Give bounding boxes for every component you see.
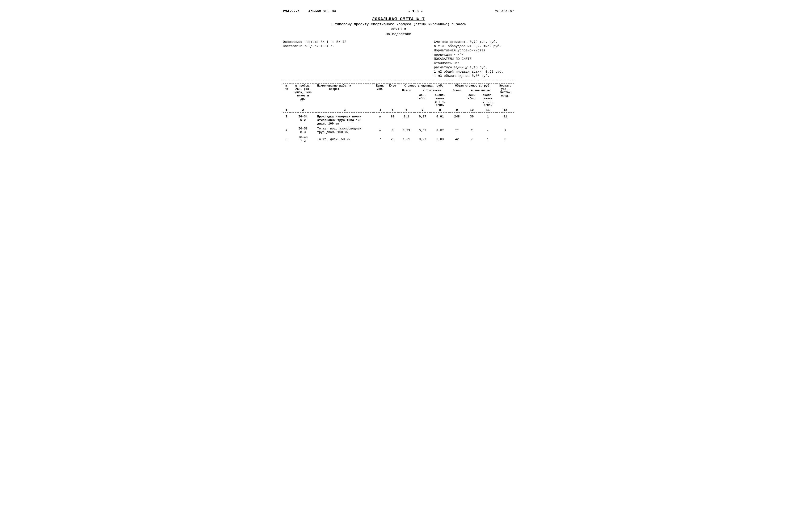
basis-line: Основание: чертежи ВК-I по ВК-I2 <box>283 40 346 44</box>
cost-cbm: 1 м3 объема здания 0,08 руб. <box>434 74 514 78</box>
info-right: Сметная стоимость 0,72 тыс. руб. в т.ч. … <box>434 40 514 78</box>
col-num-2: 2 <box>290 108 316 113</box>
table-header-row1: №пп № прейск.УСН, рас-ценок, цен-ников и… <box>283 83 514 88</box>
row1-norm: 31 <box>496 113 514 126</box>
row2-cost-total: 3,73 <box>398 126 414 135</box>
row2-total-zp: 2 <box>465 126 479 135</box>
col-total-incl-header: в том числе <box>465 88 496 93</box>
col-num-12: 12 <box>496 108 514 113</box>
row1-total-mach: 1 <box>479 113 496 126</box>
row3-total-zp: 7 <box>465 135 479 144</box>
row3-total: 42 <box>449 135 464 144</box>
col-qty-header: К-во <box>387 83 398 108</box>
row2-ref: I6-588-3 <box>290 126 316 135</box>
row1-ref: I6-346-2 <box>290 113 316 126</box>
col-total-cost-header: Общая стоимость, руб. <box>449 83 496 88</box>
col-unit-incl-header: в том числе <box>414 88 449 93</box>
table-row: 2 I6-588-3 То же, водогазопроводныхтруб … <box>283 126 514 135</box>
row3-desc: То же, диам. 50 мм <box>316 135 374 144</box>
cost-unit: расчетную единицу 1,16 руб. <box>434 65 514 69</box>
row2-qty: 3 <box>387 126 398 135</box>
row3-cost-mach: 0,03 <box>431 135 450 144</box>
album-ref: Альбом УП. 84 <box>308 10 336 14</box>
row2-desc: То же, водогазопроводныхтруб диам. 100 м… <box>316 126 374 135</box>
cost-line1: Сметная стоимость 0,72 тыс. руб. <box>434 40 514 44</box>
cost-line2: в т.ч. оборудования 0,22 тыс. руб. <box>434 44 514 48</box>
col-num-10: 10 <box>465 108 479 113</box>
col-unit-total-header: Всего <box>398 88 414 108</box>
info-section: Основание: чертежи ВК-I по ВК-I2 Составл… <box>283 40 514 78</box>
col-desc-header: Наименование работ и затрат <box>316 83 374 108</box>
row2-cost-mach: 0,07 <box>431 126 450 135</box>
col-norm-header: Нормат.усл.-чистойпрод. <box>496 83 514 108</box>
row1-total: 248 <box>449 113 464 126</box>
doc-id: 294-2-71 <box>283 10 300 14</box>
row3-cost-zp: 0,27 <box>414 135 431 144</box>
year-line: Составлена в ценах 1984 г. <box>283 44 346 48</box>
row2-norm: 2 <box>496 126 514 135</box>
col-ref-header: № прейск.УСН, рас-ценок, цен-ников идр. <box>290 83 316 108</box>
col-num-9: 9 <box>449 108 464 113</box>
col-num-7: 7 <box>414 108 431 113</box>
subtitle2: 36х18 м <box>283 27 514 31</box>
col-num-5: 5 <box>387 108 398 113</box>
row1-num: I <box>283 113 290 126</box>
main-title: ЛОКАЛЬНАЯ СМЕТА № 7 <box>283 17 514 21</box>
title-section: ЛОКАЛЬНАЯ СМЕТА № 7 К типовому проекту с… <box>283 17 514 36</box>
col-num-1: 1 <box>283 108 290 113</box>
top-divider <box>283 81 514 81</box>
estimate-table: №пп № прейск.УСН, рас-ценок, цен-ников и… <box>283 83 514 144</box>
col-unit-header: Един.изм. <box>374 83 387 108</box>
row2-total: II <box>449 126 464 135</box>
row1-cost-zp: 0,37 <box>414 113 431 126</box>
subtitle1: К типовому проекту спортивного корпуса (… <box>283 22 514 26</box>
subtitle3: на водостоки <box>283 32 514 36</box>
col-num-11: 11 <box>479 108 496 113</box>
row2-cost-zp: 0,53 <box>414 126 431 135</box>
row1-unit: м <box>374 113 387 126</box>
section-i-row: I I6-346-2 Прокладка напорных поли-этиле… <box>283 113 514 126</box>
col-num-8: 8 <box>431 108 450 113</box>
row1-cost-total: 3,1 <box>398 113 414 126</box>
row2-unit: м <box>374 126 387 135</box>
table-row: 3 I6-407-2 То же, диам. 50 мм " 26 1,61 … <box>283 135 514 144</box>
page-header: 294-2-71 Альбом УП. 84 - 106 - 18 451-07 <box>283 10 514 14</box>
row2-num: 2 <box>283 126 290 135</box>
col-num-4: 4 <box>374 108 387 113</box>
col-unit-cost-header: Стоимость единицы, руб. <box>398 83 449 88</box>
cost-sqm: 1 м2 общей площади здания 0,53 руб. <box>434 70 514 74</box>
row3-unit: " <box>374 135 387 144</box>
row3-qty: 26 <box>387 135 398 144</box>
col-numbers-row: 1 2 3 4 5 6 7 8 9 10 11 12 <box>283 108 514 113</box>
row1-qty: 80 <box>387 113 398 126</box>
info-left: Основание: чертежи ВК-I по ВК-I2 Составл… <box>283 40 346 78</box>
row3-total-mach: 1 <box>479 135 496 144</box>
row3-norm: 8 <box>496 135 514 144</box>
row1-total-zp: 30 <box>465 113 479 126</box>
row2-total-mach: - <box>479 126 496 135</box>
col-unit-zp-header: осн.з/пл. <box>414 93 431 108</box>
col-total-total-header: Всего <box>449 88 464 108</box>
row3-cost-total: 1,61 <box>398 135 414 144</box>
row3-ref: I6-407-2 <box>290 135 316 144</box>
col-num-header: №пп <box>283 83 290 108</box>
col-unit-mach-header: экспл.машинв т.ч.з/пл. <box>431 93 450 108</box>
row3-num: 3 <box>283 135 290 144</box>
col-num-6: 6 <box>398 108 414 113</box>
norm-line3: Нормативная условно-чистая <box>434 49 514 52</box>
indicators-title: ПОКАЗАТЕЛИ ПО СМЕТЕ <box>434 57 514 61</box>
col-total-zp-header: осн.з/пл. <box>465 93 479 108</box>
row1-desc: Прокладка напорных поли-этиленовых труб … <box>316 113 374 126</box>
row1-cost-mach: 0,01 <box>431 113 450 126</box>
cost-label: Стоимость на: <box>434 61 514 65</box>
col-num-3: 3 <box>316 108 374 113</box>
col-total-mach-header: экспл.машинв т.ч.з/пл. <box>479 93 496 108</box>
page-number: - 106 - <box>408 10 423 14</box>
doc-reference: 294-2-71 Альбом УП. 84 <box>283 10 336 14</box>
doc-number: 18 451-07 <box>495 10 514 14</box>
norm-line4: продукция - -"- <box>434 53 514 57</box>
